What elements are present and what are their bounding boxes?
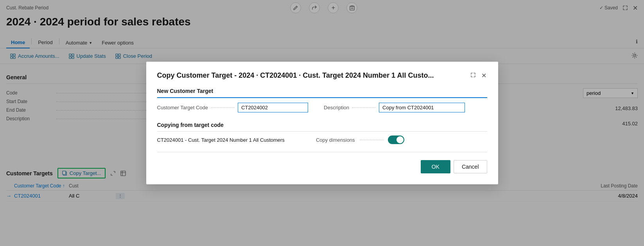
copy-dimensions-field: Copy dimensions (316, 135, 404, 144)
modal-expand-button[interactable] (470, 71, 477, 80)
modal-fields-row: Customer Target Code Description (157, 103, 487, 112)
cancel-button[interactable]: Cancel (454, 160, 487, 173)
copy-section: Copying from target code CT2024001 - Cus… (157, 122, 487, 144)
modal-overlay: Copy Customer Target - 2024 · CT2024001 … (0, 0, 644, 246)
toggle-knob (396, 136, 404, 143)
copy-dimensions-label: Copy dimensions (316, 137, 355, 143)
customer-target-code-label: Customer Target Code (157, 105, 208, 111)
description-label-modal: Description (324, 105, 349, 111)
expand-icon (470, 72, 476, 78)
modal-header: Copy Customer Target - 2024 · CT2024001 … (157, 71, 487, 80)
modal-close-icon: ✕ (481, 72, 486, 79)
modal-title: Copy Customer Target - 2024 · CT2024001 … (157, 71, 434, 80)
dims-dots (360, 140, 383, 140)
modal: Copy Customer Target - 2024 · CT2024001 … (146, 62, 498, 184)
ok-button[interactable]: OK (421, 160, 450, 173)
field-dots-2 (352, 107, 376, 108)
copy-section-title: Copying from target code (157, 122, 487, 132)
modal-header-icons: ✕ (470, 71, 487, 80)
copy-source: CT2024001 - Cust. Target 2024 Number 1 A… (157, 137, 285, 143)
modal-footer: OK Cancel (157, 160, 487, 173)
customer-target-code-input[interactable] (238, 103, 308, 112)
description-input[interactable] (379, 103, 465, 112)
modal-divider (157, 152, 487, 152)
copy-dimensions-toggle[interactable] (388, 135, 404, 144)
modal-close-button[interactable]: ✕ (481, 71, 487, 80)
copy-row: CT2024001 - Cust. Target 2024 Number 1 A… (157, 135, 487, 144)
customer-target-code-field: Customer Target Code (157, 103, 309, 112)
field-dots-1 (211, 107, 235, 108)
new-customer-target-title: New Customer Target (157, 88, 487, 98)
description-field: Description (324, 103, 465, 112)
